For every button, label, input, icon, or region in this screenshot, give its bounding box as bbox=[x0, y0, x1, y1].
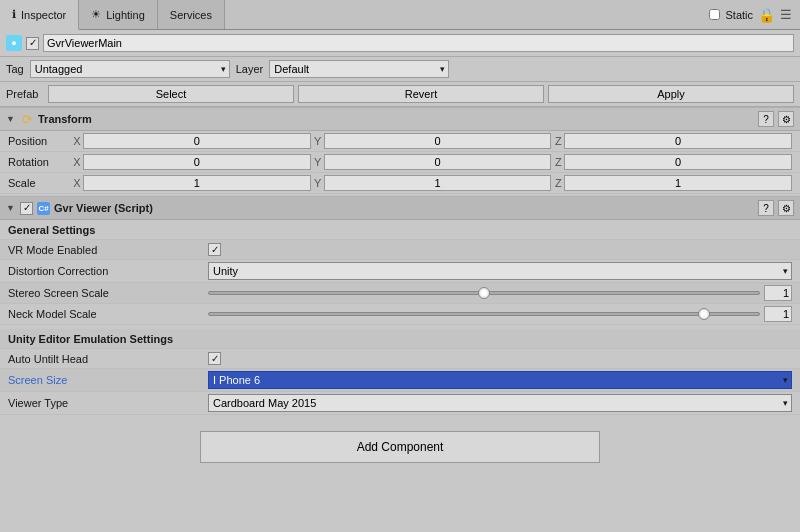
position-x-input[interactable]: 0 bbox=[83, 133, 311, 149]
tab-lighting[interactable]: ☀ Lighting bbox=[79, 0, 158, 29]
position-z-input[interactable]: 0 bbox=[564, 133, 792, 149]
add-component-area: Add Component bbox=[0, 415, 800, 479]
scale-z-label: Z bbox=[553, 177, 563, 189]
position-x-label: X bbox=[72, 135, 82, 147]
inspector-content: ● GvrViewerMain Tag Untagged Layer Defau… bbox=[0, 30, 800, 532]
object-header: ● GvrViewerMain bbox=[0, 30, 800, 57]
prefab-revert-button[interactable]: Revert bbox=[298, 85, 544, 103]
transform-icon: ⟳ bbox=[20, 112, 34, 126]
menu-icon[interactable]: ☰ bbox=[780, 7, 792, 22]
gvr-foldout-arrow[interactable]: ▼ bbox=[6, 203, 16, 213]
transform-foldout-arrow[interactable]: ▼ bbox=[6, 114, 16, 124]
inspector-window: ℹ Inspector ☀ Lighting Services Static 🔒… bbox=[0, 0, 800, 532]
distortion-dropdown[interactable]: Unity bbox=[208, 262, 792, 280]
prefab-label: Prefab bbox=[6, 88, 44, 100]
rotation-y-field: Y 0 bbox=[313, 154, 552, 170]
scale-z-field: Z 1 bbox=[553, 175, 792, 191]
tag-layer-row: Tag Untagged Layer Default bbox=[0, 57, 800, 82]
position-x-field: X 0 bbox=[72, 133, 311, 149]
stereo-scale-track[interactable] bbox=[208, 291, 760, 295]
vr-mode-label: VR Mode Enabled bbox=[8, 244, 208, 256]
prefab-apply-button[interactable]: Apply bbox=[548, 85, 794, 103]
gvr-help-button[interactable]: ? bbox=[758, 200, 774, 216]
lighting-icon: ☀ bbox=[91, 8, 101, 21]
position-label: Position bbox=[8, 135, 68, 147]
distortion-row: Distortion Correction Unity bbox=[0, 260, 800, 283]
scale-x-input[interactable]: 1 bbox=[83, 175, 311, 191]
tab-inspector[interactable]: ℹ Inspector bbox=[0, 0, 79, 30]
lock-icon[interactable]: 🔒 bbox=[758, 7, 775, 23]
rotation-xyz-group: X 0 Y 0 Z 0 bbox=[72, 154, 792, 170]
scale-x-label: X bbox=[72, 177, 82, 189]
gvr-script-icon: C# bbox=[37, 202, 50, 215]
screen-size-dropdown-wrapper: I Phone 6 bbox=[208, 371, 792, 389]
general-settings-row: General Settings bbox=[0, 220, 800, 240]
rotation-y-input[interactable]: 0 bbox=[324, 154, 552, 170]
position-z-label: Z bbox=[553, 135, 563, 147]
scale-x-field: X 1 bbox=[72, 175, 311, 191]
tab-services[interactable]: Services bbox=[158, 0, 225, 29]
tag-dropdown[interactable]: Untagged bbox=[30, 60, 230, 78]
distortion-label: Distortion Correction bbox=[8, 265, 208, 277]
neck-scale-thumb[interactable] bbox=[698, 308, 710, 320]
viewer-type-dropdown-wrapper: Cardboard May 2015 bbox=[208, 394, 792, 412]
rotation-label: Rotation bbox=[8, 156, 68, 168]
distortion-dropdown-wrapper: Unity bbox=[208, 262, 792, 280]
transform-section-header: ▼ ⟳ Transform ? ⚙ bbox=[0, 107, 800, 131]
rotation-z-input[interactable]: 0 bbox=[564, 154, 792, 170]
vr-mode-checkbox[interactable] bbox=[208, 243, 221, 256]
viewer-type-dropdown[interactable]: Cardboard May 2015 bbox=[208, 394, 792, 412]
screen-size-row: Screen Size I Phone 6 bbox=[0, 369, 800, 392]
neck-scale-value[interactable]: 1 bbox=[764, 306, 792, 322]
neck-scale-track[interactable] bbox=[208, 312, 760, 316]
transform-gear-button[interactable]: ⚙ bbox=[778, 111, 794, 127]
add-component-button[interactable]: Add Component bbox=[200, 431, 600, 463]
transform-help-button[interactable]: ? bbox=[758, 111, 774, 127]
object-name-input[interactable]: GvrViewerMain bbox=[43, 34, 794, 52]
rotation-x-label: X bbox=[72, 156, 82, 168]
unity-editor-label: Unity Editor Emulation Settings bbox=[8, 333, 208, 345]
auto-untilt-checkbox[interactable] bbox=[208, 352, 221, 365]
tag-dropdown-wrapper: Untagged bbox=[30, 60, 230, 78]
transform-title: Transform bbox=[38, 113, 754, 125]
neck-scale-label: Neck Model Scale bbox=[8, 308, 208, 320]
unity-editor-settings-row: Unity Editor Emulation Settings bbox=[0, 329, 800, 349]
static-checkbox[interactable] bbox=[709, 9, 720, 20]
prefab-select-button[interactable]: Select bbox=[48, 85, 294, 103]
viewer-type-label: Viewer Type bbox=[8, 397, 208, 409]
gvr-section-header: ▼ C# Gvr Viewer (Script) ? ⚙ bbox=[0, 196, 800, 220]
scale-row: Scale X 1 Y 1 Z 1 bbox=[0, 173, 800, 194]
layer-dropdown[interactable]: Default bbox=[269, 60, 449, 78]
stereo-scale-value[interactable]: 1 bbox=[764, 285, 792, 301]
viewer-type-row: Viewer Type Cardboard May 2015 bbox=[0, 392, 800, 415]
gvr-actions: ? ⚙ bbox=[758, 200, 794, 216]
stereo-scale-slider-container: 1 bbox=[208, 285, 792, 301]
lighting-tab-label: Lighting bbox=[106, 9, 145, 21]
position-row: Position X 0 Y 0 Z 0 bbox=[0, 131, 800, 152]
static-label: Static bbox=[725, 9, 753, 21]
neck-scale-slider-container: 1 bbox=[208, 306, 792, 322]
scale-z-input[interactable]: 1 bbox=[564, 175, 792, 191]
scale-y-input[interactable]: 1 bbox=[324, 175, 552, 191]
prefab-row: Prefab Select Revert Apply bbox=[0, 82, 800, 107]
rotation-x-input[interactable]: 0 bbox=[83, 154, 311, 170]
rotation-y-label: Y bbox=[313, 156, 323, 168]
scale-y-field: Y 1 bbox=[313, 175, 552, 191]
screen-size-label[interactable]: Screen Size bbox=[8, 374, 208, 386]
stereo-scale-label: Stereo Screen Scale bbox=[8, 287, 208, 299]
auto-untilt-label: Auto Untilt Head bbox=[8, 353, 208, 365]
rotation-z-label: Z bbox=[553, 156, 563, 168]
gvr-gear-button[interactable]: ⚙ bbox=[778, 200, 794, 216]
position-y-field: Y 0 bbox=[313, 133, 552, 149]
rotation-z-field: Z 0 bbox=[553, 154, 792, 170]
stereo-scale-row: Stereo Screen Scale 1 bbox=[0, 283, 800, 304]
layer-label: Layer bbox=[236, 63, 264, 75]
stereo-scale-thumb[interactable] bbox=[478, 287, 490, 299]
position-y-input[interactable]: 0 bbox=[324, 133, 552, 149]
gvr-enable-checkbox[interactable] bbox=[20, 202, 33, 215]
vr-mode-row: VR Mode Enabled bbox=[0, 240, 800, 260]
object-active-checkbox[interactable] bbox=[26, 37, 39, 50]
static-area: Static 🔒 ☰ bbox=[701, 0, 800, 29]
tab-bar: ℹ Inspector ☀ Lighting Services Static 🔒… bbox=[0, 0, 800, 30]
screen-size-dropdown[interactable]: I Phone 6 bbox=[208, 371, 792, 389]
